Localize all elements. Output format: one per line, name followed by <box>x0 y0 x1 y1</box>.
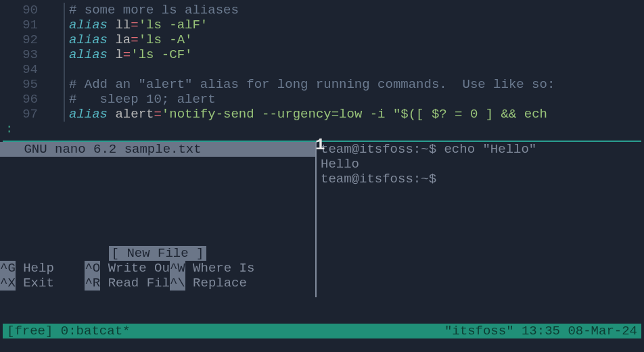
status-left: [free] 0:batcat* <box>7 324 130 338</box>
code-line: 92alias la='ls -A' <box>0 32 644 47</box>
code-line: 90# some more ls aliases <box>0 3 644 18</box>
code-line: 97alias alert='notify-send --urgency=low… <box>0 107 644 122</box>
code-line: 95# Add an "alert" alias for long runnin… <box>0 77 644 92</box>
nano-help-row-1: ^G Help ^O Write Ou^W Where Is <box>0 261 315 276</box>
code-line: 91alias ll='ls -alF' <box>0 18 644 32</box>
code-line: 94 <box>0 62 644 77</box>
nano-titlebar: GNU nano 6.2 sample.txt <box>0 142 315 157</box>
nano-edit-area[interactable] <box>0 157 315 246</box>
nano-newfile-indicator: [ New File ] <box>0 246 315 261</box>
nano-help-row-2: ^X Exit ^R Read Fil^\ Replace <box>0 276 315 291</box>
status-right: "itsfoss" 13:35 08-Mar-24 <box>444 324 637 338</box>
shell-line: team@itsfoss:~$ echo "Hello" <box>321 142 644 157</box>
code-line: 96# sleep 10; alert <box>0 92 644 107</box>
shell-line: Hello <box>321 157 644 172</box>
code-line: 93alias l='ls -CF' <box>0 47 644 62</box>
nano-pane[interactable]: GNU nano 6.2 sample.txt [ New File ] ^G … <box>0 142 315 297</box>
shell-prompt[interactable]: team@itsfoss:~$ <box>321 172 644 186</box>
tmux-status-bar[interactable]: [free] 0:batcat* "itsfoss" 13:35 08-Mar-… <box>3 324 641 338</box>
editor-command-prompt[interactable]: : <box>0 122 644 136</box>
pane-number-indicator: 1 <box>315 138 325 153</box>
shell-pane[interactable]: 1 team@itsfoss:~$ echo "Hello" Hello tea… <box>317 142 644 297</box>
editor-pane[interactable]: 90# some more ls aliases91alias ll='ls -… <box>0 0 644 136</box>
